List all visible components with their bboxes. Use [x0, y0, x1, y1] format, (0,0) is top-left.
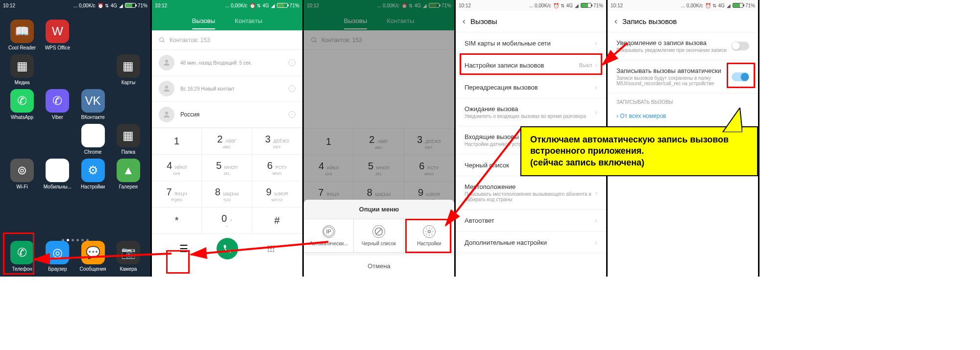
app-label: Галерея [119, 184, 138, 189]
dialer-options-screen: 10:12 ... 0,00K/c⏰ ⇅4G◢71% Вызовы Контак… [304, 0, 456, 277]
svg-point-13 [272, 251, 274, 252]
dial-key-#[interactable]: # [252, 208, 302, 234]
dial-key-*[interactable]: * [152, 208, 202, 234]
dial-key-4[interactable]: 4 ИЙКЛGHI [152, 155, 202, 181]
app-icon-graphic: ◉ [81, 124, 105, 147]
gear-icon [423, 225, 436, 238]
detail-icon[interactable]: › [289, 59, 295, 66]
dial-key-5[interactable]: 5 МНОПJKL [202, 155, 252, 181]
app-вконтакте[interactable]: VKВКонтакте [78, 89, 108, 120]
dial-key-0[interactable]: 0 ++ [202, 208, 252, 234]
app-whatsapp[interactable]: ✆WhatsApp [7, 89, 37, 120]
tab-calls[interactable]: Вызовы [192, 17, 215, 29]
app-icon-graphic: ✆ [10, 89, 34, 113]
svg-point-18 [428, 231, 430, 233]
dial-key-8[interactable]: 8 ШЩЪЫTUV [202, 181, 252, 208]
dock-телефон[interactable]: ✆Телефон [7, 241, 37, 272]
app-label: Настройки [81, 184, 105, 189]
dock-браузер[interactable]: ◎Браузер [42, 241, 73, 272]
dial-key-3[interactable]: 3 ДЕЁЖЗDEF [252, 128, 302, 155]
options-sheet: Опции меню IPАвтоматически...Черный спис… [304, 200, 454, 277]
detail-icon[interactable]: › [289, 111, 295, 118]
avatar [159, 55, 174, 70]
app-label: Wi-Fi [16, 184, 27, 189]
svg-line-17 [376, 229, 382, 234]
app-мобильны---[interactable]: ↕Мобильны... [42, 159, 73, 189]
setting-row[interactable]: Уведомление о записи вызоваПоказывать ув… [608, 32, 758, 60]
app-icon-graphic: ⚙ [81, 159, 105, 182]
chevron-right-icon: › [595, 83, 597, 91]
status-time: 10:12 [3, 3, 15, 8]
setting-row[interactable]: Автоответ› [456, 210, 606, 232]
dial-key-6[interactable]: 6 РСТУMNO [252, 155, 302, 181]
ip-icon: IP [322, 225, 335, 238]
chevron-right-icon: › [595, 189, 597, 197]
app-настройки[interactable]: ⚙Настройки [78, 159, 108, 189]
app-label: Мобильны... [44, 184, 72, 189]
setting-row[interactable]: Ожидание вызоваУведомлять о входящих выз… [456, 98, 606, 126]
chevron-right-icon: › [595, 108, 597, 116]
app-галерея[interactable]: ▲Галерея [113, 159, 144, 189]
setting-row[interactable]: Настройки записи вызововВыкл› [456, 54, 606, 76]
avatar [159, 81, 174, 96]
status-bar: 10:12 ... 0,00K/c⏰ ⇅4G◢71% [456, 0, 606, 11]
call-log-item[interactable]: Россия› [152, 102, 302, 128]
app-папка[interactable]: ▦Папка [113, 124, 144, 155]
svg-point-9 [270, 248, 271, 250]
option-blacklist[interactable]: Черный список [354, 219, 404, 252]
svg-marker-19 [723, 108, 742, 132]
search-input[interactable]: Контактов: 153 [152, 30, 302, 50]
setting-row[interactable]: Переадресация вызовов› [456, 76, 606, 98]
callout-tail [713, 108, 742, 132]
menu-button[interactable]: ☰ [173, 238, 195, 259]
app-wi-fi[interactable]: ⊚Wi-Fi [7, 159, 37, 189]
app-label: Папка [122, 149, 135, 155]
app-icon-graphic: ✆ [10, 241, 34, 264]
tab-contacts[interactable]: Контакты [235, 17, 262, 24]
call-log-item[interactable]: Вс 16:29 Новый контакт› [152, 76, 302, 102]
app-chrome[interactable]: ◉Chrome [78, 124, 108, 155]
app-wps-office[interactable]: WWPS Office [42, 20, 73, 50]
dial-key-9[interactable]: 9 ЬЭЮЯWXYZ [252, 181, 302, 208]
setting-row[interactable]: SIM карты и мобильные сети› [456, 32, 606, 54]
toggle-switch[interactable] [732, 42, 749, 50]
dial-key-1[interactable]: 1 [152, 128, 202, 155]
settings-header: ‹ Вызовы [456, 11, 606, 32]
app-icon-graphic: ▦ [117, 54, 140, 78]
app-icon-graphic: 📷 [117, 241, 140, 264]
app-viber[interactable]: ✆Viber [42, 89, 73, 120]
app-cool-reader[interactable]: 📖Cool Reader [7, 20, 37, 50]
call-button[interactable] [217, 238, 238, 259]
dial-key-7[interactable]: 7 ФХЦЧPQRS [152, 181, 202, 208]
option-ip[interactable]: IPАвтоматически... [304, 219, 354, 252]
section-label: ЗАПИСЫВАТЬ ВЫЗОВЫ [608, 93, 758, 108]
svg-point-0 [160, 37, 164, 41]
dial-key-2[interactable]: 2 АБВГABC [202, 128, 252, 155]
cancel-button[interactable]: Отмена [304, 256, 454, 277]
dialer-screen: 10:12 ... 0,00K/c⏰ ⇅4G◢71% Вызовы Контак… [152, 0, 304, 277]
back-button[interactable]: ‹ [614, 16, 617, 26]
dialpad-button[interactable] [260, 238, 282, 259]
app-icon-graphic: ▦ [10, 54, 34, 78]
app-карты[interactable]: ▦Карты [113, 54, 144, 85]
toggle-switch[interactable] [732, 72, 749, 81]
app-icon-graphic: W [46, 20, 69, 43]
app-icon-graphic: 📖 [10, 20, 34, 43]
setting-row[interactable]: Дополнительные настройки› [456, 232, 606, 254]
avatar [159, 107, 174, 122]
app-icon-graphic: ▦ [117, 124, 140, 147]
app-медиа[interactable]: ▦Медиа [7, 54, 37, 85]
svg-point-8 [268, 248, 269, 250]
search-icon [159, 37, 166, 44]
settings-header: ‹ Запись вызовов [608, 11, 758, 32]
dock-камера[interactable]: 📷Камера [113, 241, 144, 272]
setting-row[interactable]: МестоположениеПоказывать местоположение … [456, 176, 606, 210]
setting-row[interactable]: Записывать вызовы автоматическиЗаписи вы… [608, 60, 758, 93]
call-log-item[interactable]: 48 мин. назад Входящий: 5 сек.› [152, 50, 302, 76]
option-settings[interactable]: Настройки [404, 219, 454, 252]
back-button[interactable]: ‹ [463, 16, 466, 26]
home-screen: 10:12 ... 0,00K/c ⏰ ⇅ 4G ◢ 71% 📖Cool Rea… [0, 0, 152, 277]
app-icon-graphic: ⊚ [10, 159, 34, 182]
detail-icon[interactable]: › [289, 85, 295, 92]
dock-сообщения[interactable]: 💬Сообщения [78, 241, 108, 272]
